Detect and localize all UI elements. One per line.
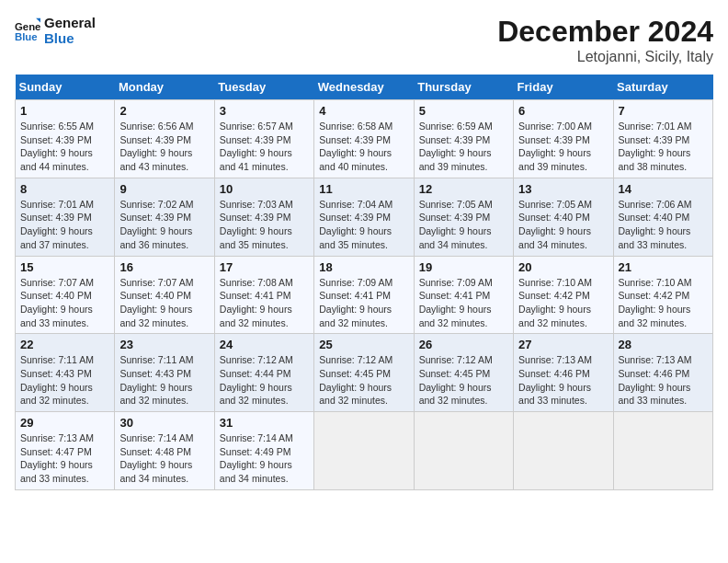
day-number: 21 <box>619 260 708 274</box>
day-number: 23 <box>119 338 209 351</box>
calendar-header-row: SundayMondayTuesdayWednesdayThursdayFrid… <box>16 75 713 100</box>
day-of-week-header: Saturday <box>613 75 712 100</box>
calendar-cell: 19Sunrise: 7:09 AMSunset: 4:41 PMDayligh… <box>414 256 513 334</box>
day-number: 10 <box>220 182 309 196</box>
calendar-cell: 9Sunrise: 7:02 AMSunset: 4:39 PMDaylight… <box>115 178 214 256</box>
calendar-cell: 10Sunrise: 7:03 AMSunset: 4:39 PMDayligh… <box>214 178 313 256</box>
day-info: Sunrise: 7:07 AMSunset: 4:40 PMDaylight:… <box>20 276 109 330</box>
calendar-cell <box>414 412 513 490</box>
logo-icon: General Blue <box>15 17 40 43</box>
day-number: 30 <box>119 416 209 430</box>
day-info: Sunrise: 7:13 AMSunset: 4:46 PMDaylight:… <box>518 353 608 408</box>
day-info: Sunrise: 7:06 AMSunset: 4:40 PMDaylight:… <box>619 198 708 252</box>
day-info: Sunrise: 7:13 AMSunset: 4:47 PMDaylight:… <box>20 431 109 486</box>
day-number: 22 <box>20 338 109 351</box>
day-number: 6 <box>518 104 608 118</box>
calendar-cell: 15Sunrise: 7:07 AMSunset: 4:40 PMDayligh… <box>16 256 115 334</box>
day-of-week-header: Thursday <box>414 75 513 100</box>
day-of-week-header: Monday <box>115 75 214 100</box>
title-block: December 2024 Letojanni, Sicily, Italy <box>497 15 713 65</box>
day-number: 14 <box>619 182 708 196</box>
calendar-cell: 4Sunrise: 6:58 AMSunset: 4:39 PMDaylight… <box>314 100 414 178</box>
day-number: 12 <box>419 182 508 196</box>
day-info: Sunrise: 7:13 AMSunset: 4:46 PMDaylight:… <box>619 353 708 408</box>
svg-text:Blue: Blue <box>15 32 38 43</box>
calendar-cell: 29Sunrise: 7:13 AMSunset: 4:47 PMDayligh… <box>16 412 115 490</box>
day-number: 5 <box>419 104 508 118</box>
day-info: Sunrise: 6:56 AMSunset: 4:39 PMDaylight:… <box>119 120 209 174</box>
day-info: Sunrise: 7:11 AMSunset: 4:43 PMDaylight:… <box>20 353 109 408</box>
calendar-cell: 13Sunrise: 7:05 AMSunset: 4:40 PMDayligh… <box>514 178 613 256</box>
day-of-week-header: Wednesday <box>314 75 414 100</box>
day-info: Sunrise: 7:02 AMSunset: 4:39 PMDaylight:… <box>119 198 209 252</box>
day-info: Sunrise: 7:08 AMSunset: 4:41 PMDaylight:… <box>220 276 309 330</box>
calendar-cell: 26Sunrise: 7:12 AMSunset: 4:45 PMDayligh… <box>414 334 513 412</box>
calendar-week-row: 1Sunrise: 6:55 AMSunset: 4:39 PMDaylight… <box>16 100 713 178</box>
calendar-cell: 17Sunrise: 7:08 AMSunset: 4:41 PMDayligh… <box>214 256 313 334</box>
page-title: December 2024 <box>497 15 713 49</box>
day-of-week-header: Sunday <box>16 75 115 100</box>
day-info: Sunrise: 6:55 AMSunset: 4:39 PMDaylight:… <box>20 120 109 174</box>
calendar-cell: 31Sunrise: 7:14 AMSunset: 4:49 PMDayligh… <box>214 412 313 490</box>
calendar-cell: 12Sunrise: 7:05 AMSunset: 4:39 PMDayligh… <box>414 178 513 256</box>
calendar-cell: 27Sunrise: 7:13 AMSunset: 4:46 PMDayligh… <box>514 334 613 412</box>
day-info: Sunrise: 7:10 AMSunset: 4:42 PMDaylight:… <box>619 276 708 330</box>
day-number: 25 <box>319 338 408 351</box>
day-number: 9 <box>119 182 209 196</box>
day-info: Sunrise: 7:12 AMSunset: 4:45 PMDaylight:… <box>319 353 408 408</box>
calendar-cell: 11Sunrise: 7:04 AMSunset: 4:39 PMDayligh… <box>314 178 414 256</box>
day-info: Sunrise: 7:01 AMSunset: 4:39 PMDaylight:… <box>619 120 708 174</box>
logo-line1: General <box>44 15 96 30</box>
calendar-cell: 23Sunrise: 7:11 AMSunset: 4:43 PMDayligh… <box>115 334 214 412</box>
calendar-cell: 30Sunrise: 7:14 AMSunset: 4:48 PMDayligh… <box>115 412 214 490</box>
day-number: 13 <box>518 182 608 196</box>
day-info: Sunrise: 6:58 AMSunset: 4:39 PMDaylight:… <box>319 120 408 174</box>
calendar-body: 1Sunrise: 6:55 AMSunset: 4:39 PMDaylight… <box>16 100 713 490</box>
day-info: Sunrise: 7:01 AMSunset: 4:39 PMDaylight:… <box>20 198 109 252</box>
day-info: Sunrise: 7:14 AMSunset: 4:49 PMDaylight:… <box>220 431 309 486</box>
day-number: 24 <box>220 338 309 351</box>
day-number: 18 <box>319 260 408 274</box>
day-info: Sunrise: 7:12 AMSunset: 4:44 PMDaylight:… <box>220 353 309 408</box>
svg-text:General: General <box>15 21 40 32</box>
day-number: 17 <box>220 260 309 274</box>
day-number: 8 <box>20 182 109 196</box>
calendar-cell: 7Sunrise: 7:01 AMSunset: 4:39 PMDaylight… <box>613 100 712 178</box>
day-number: 20 <box>518 260 608 274</box>
day-info: Sunrise: 7:04 AMSunset: 4:39 PMDaylight:… <box>319 198 408 252</box>
day-info: Sunrise: 7:09 AMSunset: 4:41 PMDaylight:… <box>319 276 408 330</box>
calendar-table: SundayMondayTuesdayWednesdayThursdayFrid… <box>15 75 713 490</box>
day-number: 1 <box>20 104 109 118</box>
logo: General Blue General Blue <box>15 15 96 47</box>
day-info: Sunrise: 7:10 AMSunset: 4:42 PMDaylight:… <box>518 276 608 330</box>
day-info: Sunrise: 7:05 AMSunset: 4:39 PMDaylight:… <box>419 198 508 252</box>
calendar-cell <box>613 412 712 490</box>
day-number: 2 <box>119 104 209 118</box>
day-info: Sunrise: 7:03 AMSunset: 4:39 PMDaylight:… <box>220 198 309 252</box>
calendar-week-row: 15Sunrise: 7:07 AMSunset: 4:40 PMDayligh… <box>16 256 713 334</box>
calendar-cell: 8Sunrise: 7:01 AMSunset: 4:39 PMDaylight… <box>16 178 115 256</box>
calendar-cell: 24Sunrise: 7:12 AMSunset: 4:44 PMDayligh… <box>214 334 313 412</box>
calendar-cell: 3Sunrise: 6:57 AMSunset: 4:39 PMDaylight… <box>214 100 313 178</box>
calendar-cell <box>514 412 613 490</box>
calendar-cell: 21Sunrise: 7:10 AMSunset: 4:42 PMDayligh… <box>613 256 712 334</box>
calendar-cell: 1Sunrise: 6:55 AMSunset: 4:39 PMDaylight… <box>16 100 115 178</box>
day-number: 11 <box>319 182 408 196</box>
logo-line2: Blue <box>44 30 96 46</box>
calendar-cell: 20Sunrise: 7:10 AMSunset: 4:42 PMDayligh… <box>514 256 613 334</box>
day-of-week-header: Friday <box>514 75 613 100</box>
calendar-week-row: 22Sunrise: 7:11 AMSunset: 4:43 PMDayligh… <box>16 334 713 412</box>
day-info: Sunrise: 6:57 AMSunset: 4:39 PMDaylight:… <box>220 120 309 174</box>
calendar-cell: 16Sunrise: 7:07 AMSunset: 4:40 PMDayligh… <box>115 256 214 334</box>
day-number: 28 <box>619 338 708 351</box>
calendar-cell: 5Sunrise: 6:59 AMSunset: 4:39 PMDaylight… <box>414 100 513 178</box>
day-info: Sunrise: 7:05 AMSunset: 4:40 PMDaylight:… <box>518 198 608 252</box>
day-of-week-header: Tuesday <box>214 75 313 100</box>
day-number: 19 <box>419 260 508 274</box>
day-info: Sunrise: 7:11 AMSunset: 4:43 PMDaylight:… <box>119 353 209 408</box>
calendar-cell: 6Sunrise: 7:00 AMSunset: 4:39 PMDaylight… <box>514 100 613 178</box>
day-number: 31 <box>220 416 309 430</box>
calendar-cell: 28Sunrise: 7:13 AMSunset: 4:46 PMDayligh… <box>613 334 712 412</box>
day-info: Sunrise: 6:59 AMSunset: 4:39 PMDaylight:… <box>419 120 508 174</box>
page-subtitle: Letojanni, Sicily, Italy <box>497 49 713 65</box>
